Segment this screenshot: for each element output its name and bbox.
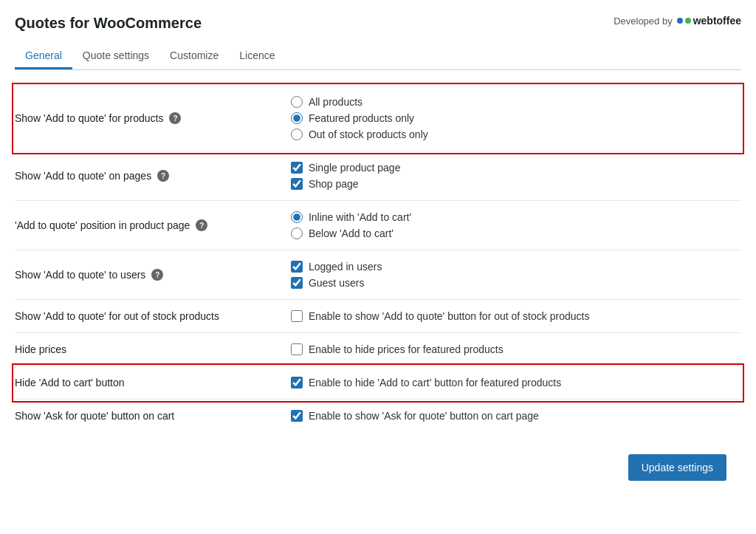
radio-all-products-input[interactable] (291, 96, 303, 108)
label-show-add-to-quote-products: Show 'Add to quote' for products ? (15, 86, 291, 151)
help-icon-position[interactable]: ? (196, 219, 207, 231)
checkbox-shop-page-label: Shop page (309, 178, 359, 190)
radio-out-of-stock-products-input[interactable] (291, 129, 303, 140)
radio-featured-products-input[interactable] (291, 112, 303, 124)
control-add-to-quote-position: Inline with 'Add to cart' Below 'Add to … (291, 201, 741, 250)
control-show-add-to-quote-users: Logged in users Guest users (291, 250, 741, 300)
label-hide-add-to-cart-button: Hide 'Add to cart' button (15, 366, 291, 400)
checkbox-guest-users[interactable]: Guest users (291, 277, 741, 289)
nav-tabs: General Quote settings Customize Licence (15, 44, 741, 70)
checkbox-single-product-page[interactable]: Single product page (291, 162, 741, 174)
label-text-ask-for-quote-cart: Show 'Ask for quote' button on cart (15, 410, 174, 422)
checkbox-logged-in-users-input[interactable] (291, 261, 303, 273)
checkbox-enable-out-of-stock[interactable]: Enable to show 'Add to quote' button for… (291, 310, 741, 322)
control-show-add-to-quote-out-of-stock: Enable to show 'Add to quote' button for… (291, 300, 741, 333)
label-text-position: 'Add to quote' position in product page (15, 219, 190, 231)
radio-inline-input[interactable] (291, 211, 303, 223)
row-show-add-to-quote-out-of-stock: Show 'Add to quote' for out of stock pro… (15, 300, 741, 333)
radio-group-products: All products Featured products only Out … (291, 96, 741, 140)
label-text-hide-add-to-cart: Hide 'Add to cart' button (15, 377, 125, 388)
label-text: Show 'Add to quote' for products (15, 112, 163, 124)
row-hide-add-to-cart-button: Hide 'Add to cart' button Enable to hide… (15, 366, 741, 400)
radio-below-add-to-cart[interactable]: Below 'Add to cart' (291, 227, 741, 239)
control-show-add-to-quote-products: All products Featured products only Out … (291, 86, 741, 151)
row-show-add-to-quote-pages: Show 'Add to quote' on pages ? Single pr… (15, 151, 741, 201)
checkbox-group-hide-prices: Enable to hide prices for featured produ… (291, 343, 741, 355)
content-area: Quotes for WooCommerce Developed by webt… (0, 0, 756, 534)
row-add-to-quote-position: 'Add to quote' position in product page … (15, 201, 741, 250)
checkbox-group-pages: Single product page Shop page (291, 162, 741, 190)
tab-general[interactable]: General (15, 44, 72, 69)
checkbox-guest-users-label: Guest users (309, 277, 364, 289)
label-show-add-to-quote-out-of-stock: Show 'Add to quote' for out of stock pro… (15, 300, 291, 333)
checkbox-enable-out-of-stock-label: Enable to show 'Add to quote' button for… (309, 310, 589, 322)
control-hide-prices: Enable to hide prices for featured produ… (291, 333, 741, 366)
checkbox-logged-in-users[interactable]: Logged in users (291, 261, 741, 273)
checkbox-group-hide-add-to-cart: Enable to hide 'Add to cart' button for … (291, 377, 741, 388)
label-add-to-quote-position: 'Add to quote' position in product page … (15, 201, 291, 250)
tab-customize[interactable]: Customize (159, 44, 229, 69)
control-hide-add-to-cart-button: Enable to hide 'Add to cart' button for … (291, 366, 741, 400)
label-text-pages: Show 'Add to quote' on pages (15, 170, 151, 182)
checkbox-group-out-of-stock: Enable to show 'Add to quote' button for… (291, 310, 741, 322)
checkbox-single-product-page-input[interactable] (291, 162, 303, 174)
row-show-add-to-quote-products: Show 'Add to quote' for products ? All p… (15, 86, 741, 151)
settings-table: Show 'Add to quote' for products ? All p… (15, 85, 741, 432)
checkbox-logged-in-users-label: Logged in users (309, 261, 382, 273)
checkbox-shop-page[interactable]: Shop page (291, 178, 741, 190)
checkbox-group-ask-for-quote-cart: Enable to show 'Ask for quote' button on… (291, 410, 741, 422)
checkbox-enable-hide-add-to-cart-input[interactable] (291, 377, 303, 388)
tab-licence[interactable]: Licence (229, 44, 285, 69)
radio-below-label: Below 'Add to cart' (309, 227, 394, 239)
row-show-ask-for-quote-cart: Show 'Ask for quote' button on cart Enab… (15, 400, 741, 433)
checkbox-enable-hide-prices-input[interactable] (291, 343, 303, 355)
page-title: Quotes for WooCommerce (15, 15, 202, 32)
logo-dot-blue-icon (677, 18, 683, 24)
checkbox-enable-ask-for-quote-cart-label: Enable to show 'Ask for quote' button on… (309, 410, 539, 422)
update-settings-button[interactable]: Update settings (628, 454, 726, 481)
label-text-hide-prices: Hide prices (15, 343, 66, 355)
radio-featured-products[interactable]: Featured products only (291, 112, 741, 124)
label-text-out-of-stock: Show 'Add to quote' for out of stock pro… (15, 310, 219, 322)
label-hide-prices: Hide prices (15, 333, 291, 366)
label-text-users: Show 'Add to quote' to users (15, 269, 145, 281)
checkbox-guest-users-input[interactable] (291, 277, 303, 289)
label-show-add-to-quote-users: Show 'Add to quote' to users ? (15, 250, 291, 300)
radio-below-input[interactable] (291, 227, 303, 239)
webtoffee-logo: webtoffee (677, 15, 741, 27)
logo-dot-green-icon (685, 18, 691, 24)
radio-out-of-stock-products[interactable]: Out of stock products only (291, 129, 741, 140)
developed-by: Developed by webtoffee (614, 15, 741, 27)
checkbox-shop-page-input[interactable] (291, 178, 303, 190)
checkbox-single-product-page-label: Single product page (309, 162, 401, 174)
checkbox-enable-ask-for-quote-cart[interactable]: Enable to show 'Ask for quote' button on… (291, 410, 741, 422)
checkbox-enable-hide-prices-label: Enable to hide prices for featured produ… (309, 343, 504, 355)
checkbox-enable-hide-add-to-cart-label: Enable to hide 'Add to cart' button for … (309, 377, 561, 388)
radio-featured-products-label: Featured products only (309, 112, 414, 124)
label-show-add-to-quote-pages: Show 'Add to quote' on pages ? (15, 151, 291, 201)
checkbox-enable-hide-add-to-cart[interactable]: Enable to hide 'Add to cart' button for … (291, 377, 741, 388)
webtoffee-logo-text: webtoffee (693, 15, 741, 27)
checkbox-enable-hide-prices[interactable]: Enable to hide prices for featured produ… (291, 343, 741, 355)
label-show-ask-for-quote-cart: Show 'Ask for quote' button on cart (15, 400, 291, 433)
control-show-add-to-quote-pages: Single product page Shop page (291, 151, 741, 201)
label-with-help: Show 'Add to quote' for products ? (15, 112, 284, 124)
help-icon-pages[interactable]: ? (157, 170, 169, 182)
help-icon[interactable]: ? (169, 112, 181, 124)
update-btn-row: Update settings (15, 439, 741, 488)
label-with-help-users: Show 'Add to quote' to users ? (15, 269, 284, 281)
page-wrapper: Quotes for WooCommerce Developed by webt… (0, 0, 756, 534)
checkbox-enable-out-of-stock-input[interactable] (291, 310, 303, 322)
radio-group-position: Inline with 'Add to cart' Below 'Add to … (291, 211, 741, 239)
control-show-ask-for-quote-cart: Enable to show 'Ask for quote' button on… (291, 400, 741, 433)
help-icon-users[interactable]: ? (151, 269, 163, 281)
radio-inline-with-add-to-cart[interactable]: Inline with 'Add to cart' (291, 211, 741, 223)
radio-all-products-label: All products (309, 96, 362, 108)
checkbox-enable-ask-for-quote-cart-input[interactable] (291, 410, 303, 422)
row-show-add-to-quote-users: Show 'Add to quote' to users ? Logged in… (15, 250, 741, 300)
radio-all-products[interactable]: All products (291, 96, 741, 108)
label-with-help-pages: Show 'Add to quote' on pages ? (15, 170, 284, 182)
radio-inline-label: Inline with 'Add to cart' (309, 211, 411, 223)
tab-quote-settings[interactable]: Quote settings (72, 44, 159, 69)
checkbox-group-users: Logged in users Guest users (291, 261, 741, 289)
